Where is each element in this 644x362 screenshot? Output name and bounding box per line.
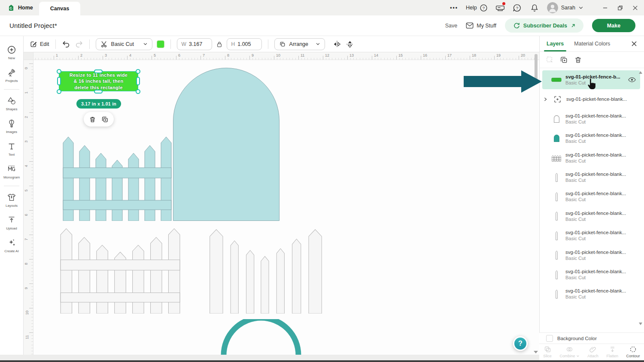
layer-row[interactable]: svg-01-picket-fence-blank...Basic Cut xyxy=(542,148,640,167)
select-all-icon[interactable] xyxy=(546,56,554,64)
user-menu[interactable]: Sarah xyxy=(547,2,583,13)
flip-horizontal-button[interactable] xyxy=(333,40,341,48)
ruler-tick xyxy=(280,58,280,60)
layer-row[interactable]: svg-01-picket-fence-blank...Basic Cut xyxy=(542,109,640,128)
panel-close-icon[interactable] xyxy=(631,41,637,47)
tab-material-colors[interactable]: Material Colors xyxy=(574,41,610,47)
picket-fence-outline[interactable] xyxy=(60,228,180,314)
redo-button[interactable] xyxy=(75,40,83,48)
undo-button[interactable] xyxy=(62,40,70,48)
layer-row[interactable]: svg-01-picket-fence-blank...Basic Cut xyxy=(542,187,640,206)
height-input[interactable] xyxy=(237,41,257,47)
linetype-select[interactable]: Basic Cut xyxy=(96,38,152,50)
sidebar-item-text[interactable]: Text xyxy=(0,138,24,160)
arrange-select[interactable]: Arrange xyxy=(274,38,325,50)
machine-icon[interactable] xyxy=(495,3,505,12)
help-menu[interactable]: Help ? xyxy=(466,4,488,12)
ruler-tick xyxy=(396,56,397,60)
color-swatch[interactable] xyxy=(157,40,164,48)
layer-text: svg-01-picket-fence-blank...Basic Cut xyxy=(565,250,626,261)
sidebar-item-create-ai[interactable]: Create AI xyxy=(0,234,24,257)
layer-row[interactable]: svg-01-picket-fence-blank...Basic Cut xyxy=(542,284,640,303)
arch-shape[interactable] xyxy=(173,68,279,221)
layer-row[interactable]: svg-01-picket-fence-blank...Basic Cut xyxy=(542,168,640,187)
layer-row[interactable]: svg-01-picket-fence-blank... xyxy=(542,90,640,109)
combine-button[interactable]: Combine xyxy=(560,346,580,358)
picket-fence-teal[interactable] xyxy=(62,136,172,221)
handle-top[interactable] xyxy=(94,69,103,73)
ruler-tick xyxy=(60,58,60,60)
handle-bottom[interactable] xyxy=(94,90,103,94)
tab-home[interactable]: Home xyxy=(0,0,39,15)
width-field[interactable]: W xyxy=(177,38,212,50)
ruler-tick xyxy=(31,338,33,339)
ruler-tick xyxy=(461,58,461,60)
more-menu-icon[interactable]: ••• xyxy=(450,5,458,11)
lock-icon[interactable] xyxy=(216,41,222,48)
tab-layers[interactable]: Layers xyxy=(547,41,564,47)
duplicate-icon[interactable] xyxy=(101,116,109,123)
note-rectangle[interactable]: Resize to 11 inches wide & 16 inches tal… xyxy=(59,71,138,91)
layer-row[interactable]: svg-01-picket-fence-blank...Basic Cut xyxy=(542,129,640,148)
handle-right[interactable] xyxy=(136,77,140,85)
canvas-area[interactable]: 01234567891011121314151617181920 0123456… xyxy=(24,52,539,362)
height-field[interactable]: H xyxy=(227,38,262,50)
edit-button[interactable]: Edit xyxy=(30,40,49,48)
bell-icon[interactable] xyxy=(530,3,539,12)
sidebar-divider xyxy=(4,89,19,90)
handle-top-right[interactable] xyxy=(136,69,140,74)
contour-button[interactable]: Contour xyxy=(626,346,640,358)
sidebar-item-layouts[interactable]: Layouts xyxy=(0,189,24,211)
sidebar-item-upload[interactable]: Upload xyxy=(0,211,24,234)
layer-row[interactable]: svg-01-picket-fence-blank...Basic Cut xyxy=(542,207,640,226)
ruler-tick xyxy=(458,58,458,60)
canvas-scroll-down-icon[interactable] xyxy=(534,351,538,353)
expand-chevron-icon[interactable] xyxy=(543,97,549,102)
arch-ring-shape[interactable] xyxy=(220,319,302,355)
ruler-number: 3 xyxy=(105,53,107,57)
close-button[interactable] xyxy=(632,5,638,11)
make-button[interactable]: Make xyxy=(592,19,635,32)
ruler-tick xyxy=(298,56,299,60)
background-color-swatch[interactable] xyxy=(546,335,553,342)
picket-slats-group[interactable] xyxy=(207,228,326,314)
ruler-tick xyxy=(31,140,33,140)
sidebar-item-images[interactable]: Images xyxy=(0,115,24,138)
handle-left[interactable] xyxy=(57,77,61,85)
handle-bottom-left[interactable] xyxy=(57,89,61,94)
tab-canvas[interactable]: Canvas xyxy=(39,2,80,15)
width-input[interactable] xyxy=(189,41,209,47)
sidebar-item-projects[interactable]: Projects xyxy=(0,64,24,87)
sidebar-item-monogram[interactable]: Monogram xyxy=(0,160,24,183)
attach-button[interactable]: Attach xyxy=(587,346,598,358)
handle-top-left[interactable] xyxy=(57,69,61,74)
delete-layer-icon[interactable] xyxy=(574,56,582,64)
feedback-icon[interactable]: ? xyxy=(513,3,522,12)
help-bubble[interactable]: ? xyxy=(513,336,528,351)
ruler-tick xyxy=(31,146,33,146)
sidebar-item-shapes[interactable]: Shapes xyxy=(0,92,24,115)
project-title[interactable]: Untitled Project* xyxy=(9,22,57,29)
flip-vertical-button[interactable] xyxy=(346,40,354,48)
ruler-tick xyxy=(375,58,375,60)
visibility-eye-icon[interactable] xyxy=(628,77,636,82)
sidebar-item-new[interactable]: New xyxy=(0,41,24,64)
slice-button[interactable]: Slice xyxy=(543,346,552,358)
layer-row[interactable]: svg-01-picket-fence-blank...Basic Cut xyxy=(542,246,640,265)
handle-bottom-right[interactable] xyxy=(136,89,140,94)
ruler-tick xyxy=(188,58,189,60)
duplicate-layer-icon[interactable] xyxy=(560,56,568,64)
list-scroll-up-icon[interactable] xyxy=(639,71,642,74)
sidebar-item-label: Text xyxy=(9,153,15,157)
ruler-tick xyxy=(31,311,33,311)
save-button[interactable]: Save xyxy=(445,23,458,29)
my-stuff-button[interactable]: My Stuff xyxy=(466,22,496,29)
layer-row[interactable]: svg-01-picket-fence-blank...Basic Cut xyxy=(542,265,640,284)
minimize-button[interactable] xyxy=(602,5,608,11)
subscriber-deals-button[interactable]: Subscriber Deals xyxy=(505,18,583,33)
delete-icon[interactable] xyxy=(89,116,96,123)
flatten-button[interactable]: Flatten xyxy=(606,346,618,358)
restore-button[interactable] xyxy=(617,5,623,11)
layer-row[interactable]: svg-01-picket-fence-blank...Basic Cut xyxy=(542,226,640,245)
list-scroll-down-icon[interactable] xyxy=(639,323,642,325)
